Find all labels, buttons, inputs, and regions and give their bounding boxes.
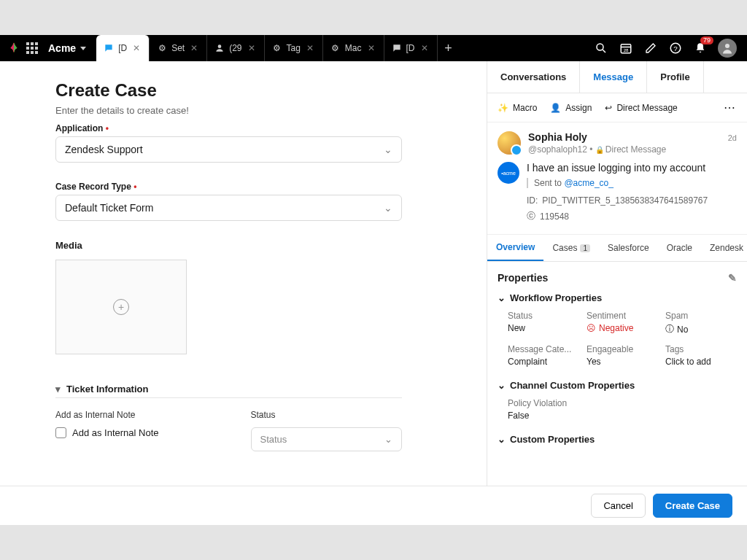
record-type-select[interactable]: Default Ticket Form ⌄: [55, 195, 402, 221]
subtab-salesforce[interactable]: Salesforce: [599, 235, 658, 261]
properties-heading: Properties: [498, 272, 548, 284]
create-case-button[interactable]: Create Case: [653, 494, 732, 518]
tab-profile[interactable]: Profile: [647, 61, 703, 93]
topbar-tabs: [D ✕ ⚙ Set ✕ (29 ✕ ⚙ Tag ✕ ⚙ Mac ✕ [D ✕ …: [96, 35, 459, 61]
more-actions[interactable]: ⋯: [724, 101, 737, 114]
case-icon: ⓒ: [527, 210, 535, 222]
media-upload[interactable]: +: [55, 260, 187, 354]
chat-icon: [392, 43, 402, 53]
svg-point-8: [725, 44, 729, 48]
chevron-down-icon: [80, 47, 86, 50]
svg-line-2: [603, 50, 605, 52]
channel-props-header[interactable]: ⌄Channel Custom Properties: [498, 380, 737, 391]
tab-conversations[interactable]: Conversations: [487, 61, 580, 93]
checkbox-icon: [55, 427, 66, 438]
spam-label: Spam: [665, 311, 737, 321]
notifications-icon[interactable]: 79: [693, 41, 708, 55]
workspace-switcher[interactable]: Acme: [42, 42, 92, 54]
svg-point-1: [597, 44, 603, 50]
sprinklr-logo-icon: [6, 40, 22, 56]
close-icon[interactable]: ✕: [419, 43, 430, 53]
status-placeholder: Status: [260, 434, 287, 445]
chat-icon: [104, 43, 114, 53]
status-value: New: [508, 323, 579, 333]
lock-icon: 🔒: [595, 146, 604, 154]
user-avatar[interactable]: [718, 39, 737, 58]
chevron-down-icon: ⌄: [498, 292, 506, 303]
svg-text:28: 28: [624, 48, 629, 52]
close-icon[interactable]: ✕: [247, 43, 257, 53]
application-label: Application •: [55, 123, 457, 133]
engage-value: Yes: [587, 357, 658, 367]
tab-label: [D: [118, 43, 127, 53]
assign-icon: 👤: [550, 103, 561, 113]
edit-icon[interactable]: [643, 41, 658, 55]
tab-message[interactable]: Message: [580, 61, 647, 93]
close-icon[interactable]: ✕: [189, 43, 199, 53]
info-icon: ⓘ: [665, 323, 674, 335]
chevron-down-icon: ⌄: [498, 434, 506, 445]
sender-handle: @sophaloph12 • 🔒Direct Message: [528, 144, 737, 155]
subtab-zendesk[interactable]: Zendesk: [701, 235, 747, 261]
tags-label: Tags: [665, 344, 737, 354]
sender-name: Sophia Holy: [528, 131, 587, 143]
chevron-down-icon: ⌄: [384, 202, 392, 214]
subtab-oracle[interactable]: Oracle: [658, 235, 701, 261]
add-tab-button[interactable]: +: [438, 35, 460, 61]
help-icon[interactable]: ?: [668, 41, 683, 55]
media-label: Media: [55, 240, 457, 251]
edit-icon[interactable]: ✎: [728, 272, 737, 284]
cases-count: 1: [580, 244, 590, 252]
close-icon[interactable]: ✕: [305, 43, 315, 53]
cancel-button[interactable]: Cancel: [591, 494, 645, 518]
dm-action[interactable]: ↩Direct Message: [605, 103, 677, 113]
tab-label: Set: [171, 43, 185, 53]
create-case-form: Create Case Enter the details to create …: [0, 61, 487, 525]
status-select[interactable]: Status ⌄: [251, 427, 403, 451]
search-icon[interactable]: [594, 41, 608, 55]
sad-icon: ☹: [587, 323, 596, 333]
calendar-icon[interactable]: 28: [619, 41, 633, 55]
sent-to-link[interactable]: @acme_co_: [564, 178, 614, 188]
tab-0[interactable]: [D ✕: [96, 35, 150, 61]
apps-grid-icon[interactable]: [26, 42, 38, 54]
application-select[interactable]: Zendesk Support ⌄: [55, 136, 402, 163]
tab-1[interactable]: ⚙ Set ✕: [150, 35, 207, 61]
gear-icon: ⚙: [272, 43, 282, 53]
macro-action[interactable]: ✨Macro: [498, 103, 537, 113]
tab-label: (29: [229, 43, 241, 53]
message-time: 2d: [728, 133, 737, 142]
close-icon[interactable]: ✕: [366, 43, 376, 53]
custom-props-header[interactable]: ⌄Custom Properties: [498, 434, 737, 445]
assign-action[interactable]: 👤Assign: [550, 103, 592, 113]
record-type-label: Case Record Type •: [55, 182, 457, 192]
status-label: Status: [508, 311, 579, 321]
wand-icon: ✨: [498, 103, 508, 113]
brand-avatar: •acme: [498, 162, 519, 184]
message-id: ID: PID_TWITTER_5_1385638347641589767: [527, 195, 737, 206]
tags-add[interactable]: Click to add: [665, 357, 737, 367]
application-value: Zendesk Support: [65, 144, 143, 155]
internal-note-checkbox[interactable]: Add as Internal Note: [55, 427, 207, 438]
subtab-cases[interactable]: Cases1: [543, 235, 599, 261]
close-icon[interactable]: ✕: [131, 43, 142, 53]
footer-actions: Cancel Create Case: [0, 486, 747, 525]
status-label: Status: [251, 410, 403, 420]
engage-label: Engageable: [587, 344, 658, 354]
sender-avatar[interactable]: [498, 131, 521, 155]
page-subtitle: Enter the details to create case!: [55, 105, 457, 116]
topbar: Acme [D ✕ ⚙ Set ✕ (29 ✕ ⚙ Tag ✕ ⚙ Mac ✕: [0, 35, 747, 61]
sentiment-label: Sentiment: [587, 311, 658, 321]
chevron-down-icon: ▾: [55, 384, 61, 394]
tab-label: Mac: [345, 43, 362, 53]
workflow-props-header[interactable]: ⌄Workflow Properties: [498, 292, 737, 303]
subtab-overview[interactable]: Overview: [487, 235, 543, 261]
tab-4[interactable]: ⚙ Mac ✕: [323, 35, 384, 61]
detail-subtabs: Overview Cases1 Salesforce Oracle Zendes…: [487, 235, 747, 262]
tab-5[interactable]: [D ✕: [384, 35, 438, 61]
tab-2[interactable]: (29 ✕: [207, 35, 264, 61]
tab-3[interactable]: ⚙ Tag ✕: [265, 35, 323, 61]
notification-badge: 79: [700, 36, 713, 44]
ticket-info-section[interactable]: ▾ Ticket Information: [55, 384, 402, 398]
message-actions: ✨Macro 👤Assign ↩Direct Message ⋯: [487, 93, 747, 122]
